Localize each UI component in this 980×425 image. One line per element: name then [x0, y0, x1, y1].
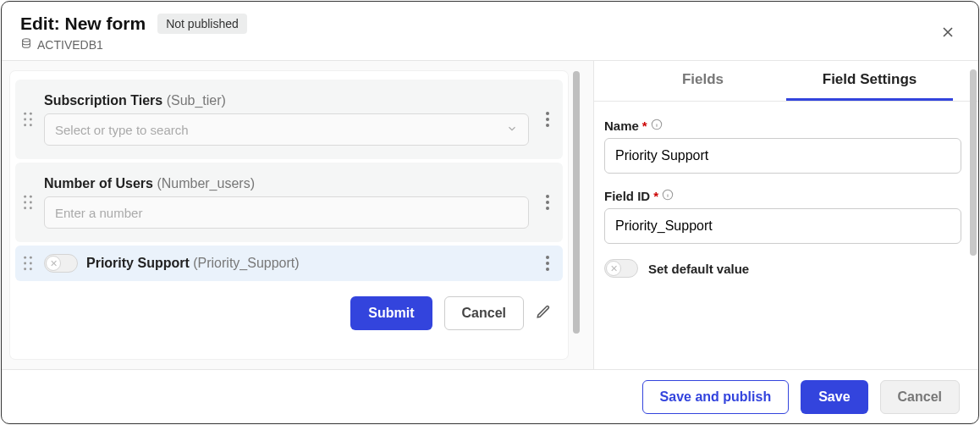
- form-preview-panel: Subscription Tiers (Sub_tier) Select or …: [2, 61, 593, 369]
- required-mark: *: [642, 119, 647, 133]
- modal-footer: Save and publish Save Cancel: [2, 369, 978, 423]
- settings-tabs: Fields Field Settings: [594, 61, 978, 102]
- modal-header: Edit: New form Not published ACTIVEDB1: [2, 2, 978, 60]
- svg-point-22: [30, 262, 32, 265]
- field-settings-panel: Fields Field Settings Name *: [593, 61, 978, 369]
- drag-handle-icon[interactable]: [20, 256, 36, 271]
- svg-point-19: [24, 257, 26, 259]
- svg-point-20: [30, 257, 32, 259]
- close-button[interactable]: [934, 19, 961, 49]
- required-mark: *: [653, 189, 658, 203]
- scrollbar[interactable]: [573, 71, 580, 334]
- svg-point-11: [30, 196, 32, 198]
- database-indicator: ACTIVEDB1: [20, 37, 247, 52]
- svg-point-23: [24, 268, 26, 270]
- field-label: Priority Support (Priority_Support): [86, 256, 300, 271]
- svg-point-3: [24, 119, 26, 121]
- set-default-label: Set default value: [648, 262, 749, 276]
- info-icon[interactable]: [662, 189, 674, 203]
- edit-form-modal: Edit: New form Not published ACTIVEDB1: [1, 1, 979, 424]
- number-input[interactable]: Enter a number: [44, 196, 529, 229]
- toggle-knob-off-icon: ✕: [46, 256, 61, 271]
- svg-point-4: [30, 119, 32, 121]
- svg-point-21: [24, 262, 26, 265]
- save-button[interactable]: Save: [801, 380, 867, 414]
- svg-point-2: [30, 113, 32, 115]
- chevron-down-icon: [506, 123, 518, 137]
- svg-point-1: [24, 113, 26, 115]
- form-preview: Subscription Tiers (Sub_tier) Select or …: [10, 71, 568, 359]
- svg-point-9: [546, 124, 549, 127]
- svg-point-26: [546, 262, 549, 265]
- modal-body: Subscription Tiers (Sub_tier) Select or …: [2, 60, 978, 369]
- field-id-label: Field ID: [604, 189, 650, 203]
- database-name: ACTIVEDB1: [37, 38, 103, 52]
- form-field-number-of-users[interactable]: Number of Users (Number_users) Enter a n…: [15, 163, 563, 242]
- set-default-row: ✕ Set default value: [604, 259, 961, 278]
- info-icon[interactable]: [651, 119, 663, 133]
- drag-handle-icon[interactable]: [20, 112, 36, 127]
- svg-point-10: [24, 196, 26, 198]
- svg-point-18: [546, 207, 549, 210]
- svg-point-5: [24, 124, 26, 126]
- field-label: Number of Users (Number_users): [44, 176, 529, 191]
- select-input[interactable]: Select or type to search: [44, 113, 529, 146]
- submit-button[interactable]: Submit: [350, 296, 432, 330]
- svg-point-14: [24, 207, 26, 209]
- field-menu-button[interactable]: [537, 256, 558, 271]
- svg-point-16: [546, 195, 549, 198]
- name-group: Name *: [604, 119, 961, 174]
- set-default-toggle[interactable]: ✕: [604, 259, 638, 278]
- drag-handle-icon[interactable]: [20, 195, 36, 210]
- toggle-knob-off-icon: ✕: [606, 261, 621, 276]
- svg-point-25: [546, 256, 549, 259]
- form-field-priority-support[interactable]: ✕ Priority Support (Priority_Support): [15, 246, 563, 281]
- name-label: Name: [604, 119, 639, 133]
- save-and-publish-button[interactable]: Save and publish: [642, 380, 790, 414]
- svg-point-17: [546, 201, 549, 204]
- preview-cancel-button[interactable]: Cancel: [444, 296, 524, 330]
- field-menu-button[interactable]: [537, 195, 558, 210]
- page-title: Edit: New form: [20, 14, 146, 34]
- name-input[interactable]: [604, 138, 961, 174]
- svg-point-13: [30, 201, 32, 204]
- field-label: Subscription Tiers (Sub_tier): [44, 93, 529, 108]
- database-icon: [20, 37, 32, 52]
- svg-point-24: [30, 268, 32, 270]
- svg-point-12: [24, 201, 26, 204]
- svg-point-27: [546, 268, 549, 271]
- form-field-subscription-tiers[interactable]: Subscription Tiers (Sub_tier) Select or …: [15, 80, 563, 159]
- edit-icon[interactable]: [536, 304, 551, 323]
- svg-point-6: [30, 124, 32, 126]
- tab-field-settings[interactable]: Field Settings: [786, 61, 953, 101]
- scrollbar[interactable]: [970, 69, 977, 256]
- svg-point-7: [546, 112, 549, 115]
- svg-point-0: [23, 39, 30, 42]
- field-menu-button[interactable]: [537, 112, 558, 127]
- field-id-input[interactable]: [604, 208, 961, 244]
- form-actions: Submit Cancel: [14, 284, 564, 330]
- field-id-group: Field ID *: [604, 189, 961, 244]
- svg-point-15: [30, 207, 32, 209]
- status-badge: Not published: [157, 14, 247, 34]
- svg-point-8: [546, 118, 549, 121]
- tab-fields[interactable]: Fields: [619, 61, 786, 101]
- toggle-switch[interactable]: ✕: [44, 254, 78, 273]
- cancel-button[interactable]: Cancel: [880, 380, 960, 414]
